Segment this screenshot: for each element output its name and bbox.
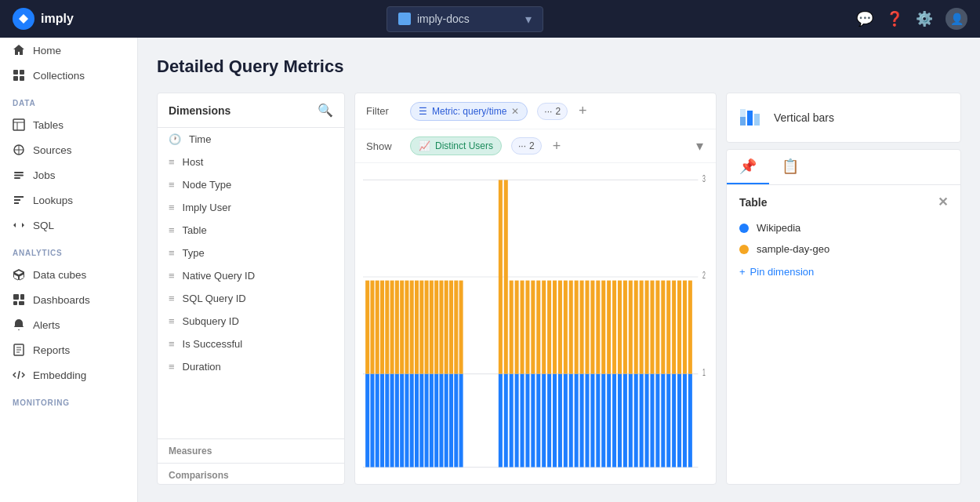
nav-center: imply-docs ▾: [74, 6, 856, 32]
sidebar-item-reports[interactable]: Reports: [0, 337, 137, 362]
dim-item-node-type[interactable]: ≡ Node Type: [158, 173, 344, 196]
filter-chip-text: Metric: query/time: [432, 106, 506, 117]
chart-type-card[interactable]: Vertical bars: [726, 93, 961, 143]
filter-add-button[interactable]: +: [577, 101, 589, 121]
svg-rect-139: [688, 374, 692, 467]
user-avatar[interactable]: 👤: [946, 8, 967, 30]
svg-rect-144: [747, 111, 753, 126]
sidebar-item-alerts[interactable]: Alerts: [0, 312, 137, 337]
svg-rect-29: [365, 374, 369, 467]
svg-rect-64: [449, 281, 453, 374]
svg-rect-90: [553, 281, 557, 374]
text-icon-sqid: ≡: [169, 293, 175, 304]
svg-text:2PM: 2PM: [579, 475, 590, 476]
filter-chip[interactable]: ☰ Metric: query/time ✕: [410, 102, 528, 121]
text-icon-table: ≡: [169, 224, 175, 236]
dim-item-sql-query-id[interactable]: ≡ SQL Query ID: [158, 287, 344, 310]
chart-type-label: Vertical bars: [774, 111, 834, 124]
filter-chip-icon: ☰: [419, 106, 427, 117]
chat-icon[interactable]: 💬: [856, 10, 873, 27]
text-icon-nqid: ≡: [169, 270, 175, 282]
svg-rect-2: [13, 76, 18, 81]
legend-dot-wikipedia: [739, 224, 749, 233]
measures-label: Measures: [169, 446, 212, 457]
format-tab[interactable]: 📋: [769, 150, 811, 184]
pin-dimension-button[interactable]: + Pin dimension: [739, 260, 948, 284]
text-icon-imply-user: ≡: [169, 202, 175, 213]
pin-tab[interactable]: 📌: [727, 150, 769, 184]
svg-rect-128: [655, 281, 659, 374]
svg-rect-98: [575, 281, 579, 374]
svg-rect-43: [400, 374, 404, 467]
svg-rect-16: [19, 301, 24, 305]
sidebar-item-sources[interactable]: Sources: [0, 137, 137, 162]
svg-rect-82: [531, 281, 535, 374]
svg-rect-106: [596, 281, 600, 374]
svg-rect-42: [395, 281, 399, 374]
sidebar-item-tables[interactable]: Tables: [0, 112, 137, 137]
bar-chart: 3 2 1: [363, 171, 708, 476]
show-more-dots: ···: [518, 140, 526, 151]
svg-rect-62: [445, 281, 448, 374]
sidebar-item-collections[interactable]: Collections: [0, 63, 137, 88]
sidebar-item-sql[interactable]: SQL: [0, 213, 137, 238]
sidebar-item-datacubes[interactable]: Data cubes: [0, 262, 137, 287]
measures-section[interactable]: Measures: [158, 438, 344, 460]
dim-item-is-successful[interactable]: ≡ Is Successful: [158, 333, 344, 355]
dim-item-time[interactable]: 🕐 Time: [158, 128, 344, 151]
show-more[interactable]: ··· 2: [511, 137, 542, 155]
legend-body: Table ✕ Wikipedia sample-day-geo +: [727, 185, 960, 484]
svg-rect-114: [618, 281, 622, 374]
dim-host-label: Host: [183, 156, 204, 168]
help-icon[interactable]: ❓: [886, 10, 903, 27]
chevron-down-icon: ▾: [525, 12, 532, 27]
dimensions-list: 🕐 Time ≡ Host ≡ Node Type ≡ Imply User: [158, 128, 344, 435]
svg-rect-96: [569, 281, 573, 374]
legend-label-wikipedia: Wikipedia: [757, 222, 800, 234]
svg-text:11AM: 11AM: [435, 475, 449, 476]
dim-item-subquery-id[interactable]: ≡ Subquery ID: [158, 310, 344, 333]
show-add-button[interactable]: +: [551, 136, 563, 156]
svg-rect-32: [370, 281, 374, 374]
show-chip[interactable]: 📈 Distinct Users: [410, 136, 502, 155]
dimensions-search-icon[interactable]: 🔍: [318, 103, 333, 118]
chart-body: 3 2 1: [355, 163, 716, 484]
svg-rect-87: [547, 374, 551, 467]
svg-rect-15: [13, 301, 17, 305]
dim-item-host[interactable]: ≡ Host: [158, 151, 344, 173]
sidebar-item-lookups[interactable]: Lookups: [0, 187, 137, 213]
workspace-name: imply-docs: [417, 13, 519, 25]
filter-chip-close-icon[interactable]: ✕: [511, 106, 519, 117]
settings-icon[interactable]: ⚙️: [916, 10, 933, 27]
dim-item-native-query-id[interactable]: ≡ Native Query ID: [158, 264, 344, 287]
dim-item-type[interactable]: ≡ Type: [158, 242, 344, 264]
svg-rect-146: [740, 109, 746, 117]
chart-bars: [365, 180, 692, 467]
dim-item-table[interactable]: ≡ Table: [158, 219, 344, 242]
svg-rect-88: [547, 281, 551, 374]
sidebar-item-embedding[interactable]: Embedding: [0, 362, 137, 387]
dim-item-imply-user[interactable]: ≡ Imply User: [158, 196, 344, 219]
workspace-selector[interactable]: imply-docs ▾: [387, 6, 543, 32]
sidebar-item-jobs[interactable]: Jobs: [0, 162, 137, 187]
nav-right: 💬 ❓ ⚙️ 👤: [856, 8, 967, 30]
svg-rect-34: [376, 281, 379, 374]
svg-rect-58: [434, 281, 438, 374]
main-content: Detailed Query Metrics Dimensions 🔍 🕐 Ti…: [138, 38, 980, 502]
sidebar-item-home[interactable]: Home: [0, 38, 137, 63]
legend-title-text: Table: [739, 196, 768, 209]
svg-rect-38: [385, 281, 389, 374]
show-expand-icon[interactable]: ▾: [695, 136, 705, 156]
sidebar-item-dashboards[interactable]: Dashboards: [0, 287, 137, 312]
dim-item-duration[interactable]: ≡ Duration: [158, 355, 344, 378]
filter-more[interactable]: ··· 2: [537, 103, 568, 120]
comparisons-section[interactable]: Comparisons: [158, 463, 344, 484]
top-nav: imply imply-docs ▾ 💬 ❓ ⚙️ 👤: [0, 0, 980, 38]
logo[interactable]: imply: [13, 8, 74, 30]
text-icon-node-type: ≡: [169, 179, 175, 191]
comparisons-label: Comparisons: [169, 470, 229, 481]
pin-icon: +: [739, 266, 746, 278]
section-analytics: ANALYTICS: [0, 238, 137, 262]
legend-close-icon[interactable]: ✕: [938, 195, 948, 209]
svg-rect-85: [542, 374, 546, 467]
